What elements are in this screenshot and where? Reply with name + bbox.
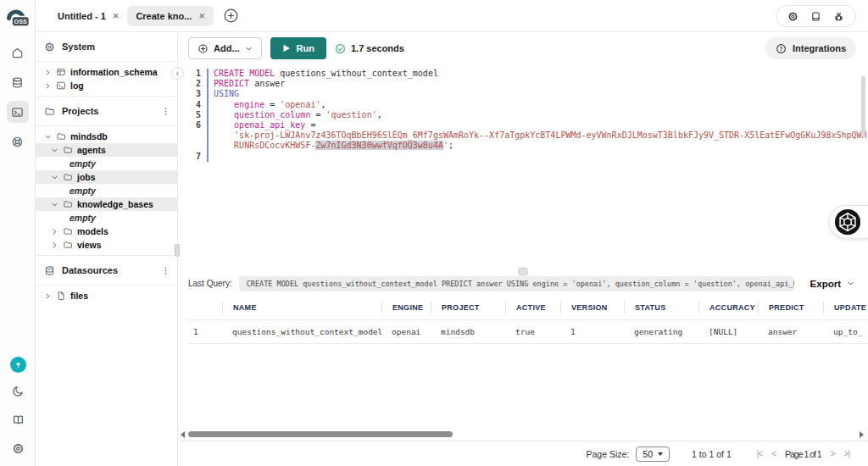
scroll-right-icon[interactable] <box>860 431 864 438</box>
code-line: engine = 'openai', <box>214 100 868 110</box>
close-icon[interactable]: ✕ <box>113 12 120 20</box>
chevron-right-icon[interactable] <box>44 69 52 76</box>
page-size-select[interactable]: 50 <box>636 447 670 462</box>
divider <box>36 61 177 62</box>
tree-item-label: information_schema <box>70 67 158 77</box>
code-line: PREDICT answer <box>214 79 868 89</box>
add-button[interactable]: Add... <box>188 37 262 59</box>
tree-item-files[interactable]: files <box>36 289 177 302</box>
settings-gear-icon[interactable] <box>7 437 29 459</box>
tree-item-knowledge_bases[interactable]: knowledge_bases <box>36 197 177 211</box>
terminal-icon <box>56 80 66 91</box>
next-page-icon[interactable]: > <box>831 449 835 458</box>
chevron-down-icon[interactable] <box>51 147 58 154</box>
tree-item-information_schema[interactable]: information_schema <box>36 65 177 79</box>
tab-label: Create kno... <box>136 11 192 21</box>
section-label: Datasources <box>62 265 154 275</box>
chevron-down-icon[interactable] <box>44 133 52 141</box>
line-numbers: 1234567 <box>186 69 209 162</box>
scroll-left-icon[interactable] <box>181 431 185 438</box>
column-header-VERSION[interactable]: VERSION <box>560 302 624 313</box>
table-cell: openai <box>381 327 431 336</box>
tree-item-label: models <box>77 226 108 236</box>
chevron-right-icon[interactable] <box>44 82 52 90</box>
code-line: CREATE MODEL questions_without_context_m… <box>214 69 868 79</box>
sidebar-collapse-icon[interactable]: ‹ <box>171 67 184 80</box>
scrollbar-thumb[interactable] <box>188 431 453 437</box>
tree-item-label: views <box>77 240 102 250</box>
prev-page-icon[interactable]: < <box>771 449 776 458</box>
run-button-label: Run <box>297 43 314 53</box>
export-button[interactable]: Export <box>810 279 854 289</box>
kebab-menu-icon[interactable] <box>161 266 170 275</box>
sql-editor[interactable]: 1234567 CREATE MODEL questions_without_c… <box>178 64 868 272</box>
file-icon <box>56 291 66 301</box>
mindsdb-oss-logo[interactable]: OSS <box>5 5 31 28</box>
integrations-button[interactable]: ? Integrations <box>765 37 856 59</box>
tree-item-agents[interactable]: agents <box>36 143 177 157</box>
integrations-label: Integrations <box>793 43 846 53</box>
column-header-ENGINE[interactable]: ENGINE <box>381 302 431 313</box>
kebab-menu-icon[interactable] <box>161 107 170 116</box>
pagination-footer: Page Size: 50 1 to 1 of 1 |< < Page 1 of… <box>178 441 868 466</box>
chevron-right-icon[interactable] <box>44 292 52 300</box>
table-row[interactable]: 1questions_without_context_modelopenaimi… <box>188 320 868 344</box>
upload-icon[interactable] <box>10 357 26 373</box>
code-area[interactable]: CREATE MODEL questions_without_context_m… <box>209 69 868 162</box>
chevron-down-icon[interactable] <box>51 201 58 208</box>
sql-editor-icon[interactable] <box>7 101 29 123</box>
book-icon[interactable] <box>810 11 821 22</box>
sidebar-section-projects: Projects <box>36 100 177 122</box>
tab-untitled-1[interactable]: Untitled - 1 ✕ <box>49 6 127 26</box>
column-header-PREDICT[interactable]: PREDICT <box>758 302 823 313</box>
new-tab-icon[interactable] <box>224 8 238 23</box>
line-number <box>186 141 207 151</box>
folder-icon <box>63 226 73 236</box>
results-empty-space <box>178 344 868 429</box>
dark-mode-moon-icon[interactable] <box>7 380 29 402</box>
bug-icon[interactable] <box>833 11 844 22</box>
line-number: 2 <box>186 79 207 89</box>
column-header-row-number[interactable] <box>188 302 222 313</box>
tree-item-jobs[interactable]: jobs <box>36 170 177 184</box>
first-page-icon[interactable]: |< <box>757 449 762 458</box>
column-header-STATUS[interactable]: STATUS <box>624 302 698 313</box>
tree-item-label: agents <box>77 145 106 155</box>
table-cell: 1 <box>560 327 624 336</box>
page-navigation: |< < Page 1 of 1 > >| <box>757 449 849 459</box>
duration-text: 1.7 seconds <box>351 43 404 53</box>
sidebar-section-system: System <box>36 36 177 58</box>
tree-item-views[interactable]: views <box>36 238 177 252</box>
integrations-hub-icon[interactable] <box>7 130 29 153</box>
last-page-icon[interactable]: >| <box>844 449 849 458</box>
chevron-down-icon[interactable] <box>51 174 58 181</box>
last-query-label: Last Query: <box>188 279 232 288</box>
chevron-right-icon[interactable] <box>51 241 58 249</box>
line-number: 6 <box>186 120 207 130</box>
column-header-NAME[interactable]: NAME <box>222 302 381 313</box>
column-header-PROJECT[interactable]: PROJECT <box>431 302 505 313</box>
tree-item-mindsdb[interactable]: mindsdb <box>36 130 177 143</box>
datasources-icon[interactable] <box>7 71 29 93</box>
tree-item-models[interactable]: models <box>36 225 177 238</box>
docs-book-icon[interactable] <box>7 408 29 430</box>
sidebar-resize-handle[interactable] <box>175 244 180 257</box>
last-query-text: CREATE MODEL questions_without_context_m… <box>239 276 794 291</box>
home-icon[interactable] <box>7 42 29 64</box>
settings-gear-icon[interactable] <box>787 11 798 22</box>
tree-item-empty: empty <box>36 184 177 197</box>
tree-item-log[interactable]: log <box>36 79 177 92</box>
run-button[interactable]: Run <box>270 37 326 59</box>
close-icon[interactable]: ✕ <box>198 12 205 20</box>
tab-create-knowledge[interactable]: Create kno... ✕ <box>127 6 214 26</box>
panel-resize-handle[interactable] <box>519 268 528 275</box>
column-header-ACCURACY[interactable]: ACCURACY <box>698 302 758 313</box>
caret-down-icon <box>658 452 663 456</box>
editor-vertical-scrollbar[interactable] <box>861 76 865 137</box>
chevron-down-icon <box>245 45 253 53</box>
column-header-UPDATE[interactable]: UPDATE <box>823 302 868 313</box>
chevron-right-icon[interactable] <box>51 228 58 236</box>
column-header-ACTIVE[interactable]: ACTIVE <box>505 302 560 313</box>
line-number: 1 <box>186 69 207 79</box>
mindsdb-assistant-button[interactable] <box>829 205 868 239</box>
